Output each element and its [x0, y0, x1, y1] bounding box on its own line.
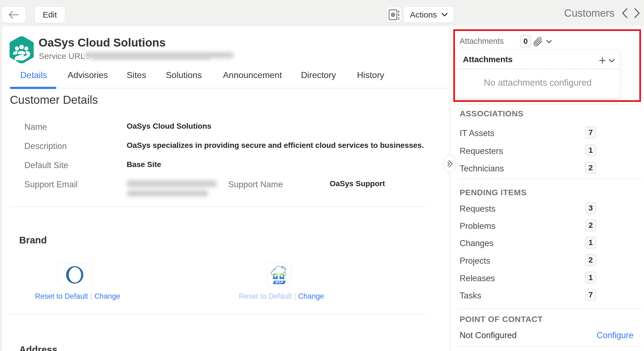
svg-text:MSP: MSP [275, 280, 283, 284]
